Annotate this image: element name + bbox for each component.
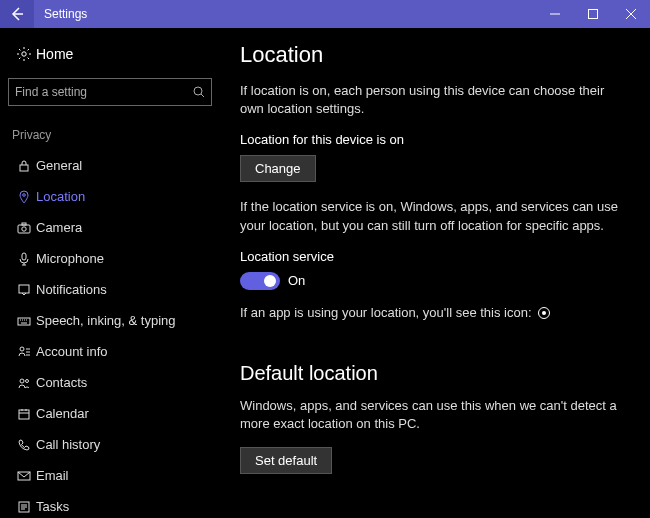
sidebar-item-camera[interactable]: Camera [8, 212, 212, 243]
service-label: Location service [240, 249, 630, 264]
search-icon [193, 86, 205, 98]
change-button[interactable]: Change [240, 155, 316, 182]
nav-label: Location [36, 189, 85, 204]
default-location-heading: Default location [240, 362, 630, 385]
location-service-toggle[interactable] [240, 272, 280, 290]
gear-icon [12, 46, 36, 62]
notification-icon [12, 283, 36, 297]
location-intro: If location is on, each person using thi… [240, 82, 620, 118]
sidebar-item-email[interactable]: Email [8, 460, 212, 491]
svg-rect-0 [589, 10, 598, 19]
svg-rect-10 [18, 318, 30, 325]
page-title: Location [240, 42, 630, 68]
camera-icon [12, 221, 36, 235]
window-title: Settings [34, 7, 536, 21]
phone-icon [12, 438, 36, 452]
sidebar-item-calendar[interactable]: Calendar [8, 398, 212, 429]
sidebar-item-general[interactable]: General [8, 150, 212, 181]
svg-rect-5 [18, 225, 30, 233]
sidebar: Home Privacy General Location Camera Mic… [0, 28, 220, 518]
nav-label: General [36, 158, 82, 173]
main-panel: Location If location is on, each person … [220, 28, 650, 518]
lock-icon [12, 159, 36, 173]
nav-label: Camera [36, 220, 82, 235]
svg-rect-8 [22, 253, 26, 260]
calendar-icon [12, 407, 36, 421]
location-in-use-icon [538, 307, 550, 319]
nav-label: Microphone [36, 251, 104, 266]
nav-label: Contacts [36, 375, 87, 390]
account-icon [12, 345, 36, 359]
search-input[interactable] [8, 78, 212, 106]
svg-rect-14 [19, 410, 29, 419]
home-label: Home [36, 46, 73, 62]
location-icon [12, 190, 36, 204]
svg-rect-7 [22, 223, 26, 225]
back-button[interactable] [0, 0, 34, 28]
nav-label: Email [36, 468, 69, 483]
minimize-button[interactable] [536, 0, 574, 28]
sidebar-item-tasks[interactable]: Tasks [8, 491, 212, 518]
sidebar-item-notifications[interactable]: Notifications [8, 274, 212, 305]
contacts-icon [12, 376, 36, 390]
email-icon [12, 469, 36, 483]
default-location-desc: Windows, apps, and services can use this… [240, 397, 620, 433]
close-button[interactable] [612, 0, 650, 28]
svg-point-13 [26, 379, 29, 382]
section-heading: Privacy [8, 122, 212, 150]
toggle-state: On [288, 273, 305, 288]
svg-point-6 [22, 226, 26, 230]
maximize-icon [588, 9, 598, 19]
nav-label: Call history [36, 437, 100, 452]
keyboard-icon [12, 314, 36, 328]
svg-point-11 [20, 347, 24, 351]
home-button[interactable]: Home [8, 38, 212, 70]
maximize-button[interactable] [574, 0, 612, 28]
svg-point-2 [194, 87, 202, 95]
icon-note: If an app is using your location, you'll… [240, 304, 550, 322]
sidebar-item-callhistory[interactable]: Call history [8, 429, 212, 460]
close-icon [626, 9, 636, 19]
nav-label: Account info [36, 344, 108, 359]
nav-label: Speech, inking, & typing [36, 313, 175, 328]
nav-label: Notifications [36, 282, 107, 297]
minimize-icon [550, 9, 560, 19]
svg-rect-9 [19, 285, 29, 293]
nav-label: Calendar [36, 406, 89, 421]
set-default-button[interactable]: Set default [240, 447, 332, 474]
sidebar-item-account[interactable]: Account info [8, 336, 212, 367]
microphone-icon [12, 252, 36, 266]
svg-point-4 [23, 193, 26, 196]
service-desc: If the location service is on, Windows, … [240, 198, 620, 234]
svg-point-1 [22, 52, 26, 56]
device-status: Location for this device is on [240, 132, 630, 147]
back-arrow-icon [10, 7, 24, 21]
sidebar-item-microphone[interactable]: Microphone [8, 243, 212, 274]
svg-rect-3 [20, 165, 28, 171]
svg-point-12 [20, 379, 24, 383]
tasks-icon [12, 500, 36, 514]
sidebar-item-location[interactable]: Location [8, 181, 212, 212]
sidebar-item-contacts[interactable]: Contacts [8, 367, 212, 398]
nav-label: Tasks [36, 499, 69, 514]
sidebar-item-speech[interactable]: Speech, inking, & typing [8, 305, 212, 336]
